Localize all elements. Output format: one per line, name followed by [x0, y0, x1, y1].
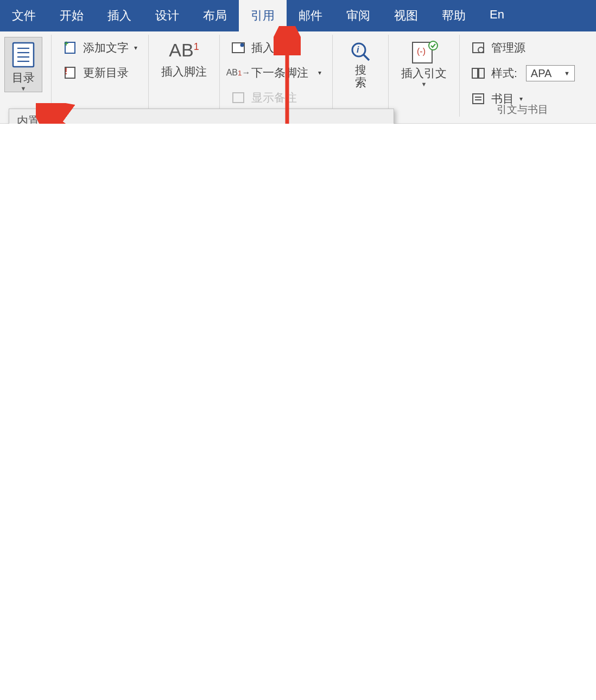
update-toc-label: 更新目录 — [83, 65, 129, 80]
chevron-down-icon: ▾ — [318, 69, 321, 77]
search-icon: i — [348, 40, 372, 63]
toc-button-label: 目录 — [12, 70, 35, 85]
tab-layout[interactable]: 布局 — [191, 0, 239, 31]
svg-text:i: i — [357, 45, 359, 54]
svg-rect-0 — [13, 43, 34, 67]
group-citations-label: 引文与书目 — [460, 103, 586, 117]
insert-endnote-icon — [231, 40, 246, 55]
tab-design[interactable]: 设计 — [143, 0, 191, 31]
toc-icon — [10, 40, 36, 70]
svg-text:+: + — [64, 41, 68, 48]
svg-point-19 — [478, 47, 484, 53]
tab-extra[interactable]: En — [478, 0, 516, 31]
svg-point-17 — [429, 41, 438, 50]
chevron-down-icon: ▼ — [421, 81, 427, 87]
citation-style-button[interactable]: 样式: APA ▼ — [468, 64, 577, 82]
insert-footnote-button[interactable]: AB1 插入脚注 — [157, 37, 211, 80]
footnote-ab-icon: AB1 — [169, 40, 199, 61]
manage-sources-button[interactable]: 管理源 — [468, 39, 577, 56]
svg-rect-20 — [472, 68, 478, 78]
svg-line-13 — [364, 55, 369, 60]
insert-citation-label: 插入引文 — [401, 66, 447, 81]
add-text-icon: + — [62, 40, 78, 55]
manage-sources-label: 管理源 — [491, 40, 525, 55]
citation-style-label: 样式: — [491, 66, 517, 81]
update-toc-icon: ! — [62, 65, 78, 80]
annotation-arrow-1 — [274, 26, 301, 124]
chevron-down-icon: ▾ — [519, 95, 523, 103]
citation-style-icon — [471, 66, 486, 81]
chevron-down-icon: ▼ — [564, 70, 570, 77]
tab-home[interactable]: 开始 — [48, 0, 96, 31]
tab-insert[interactable]: 插入 — [96, 0, 143, 31]
add-text-button[interactable]: + 添加文字 ▾ — [60, 39, 140, 56]
insert-citation-icon: (-) — [409, 40, 439, 66]
svg-point-10 — [240, 43, 244, 47]
svg-text:!: ! — [65, 67, 67, 76]
citation-style-select[interactable]: APA ▼ — [526, 65, 575, 81]
next-footnote-icon: AB1→ — [231, 65, 246, 80]
tab-view[interactable]: 视图 — [382, 0, 430, 31]
svg-text:(-): (-) — [417, 47, 426, 56]
tab-review[interactable]: 审阅 — [334, 0, 382, 31]
chevron-down-icon: ▾ — [134, 44, 137, 52]
annotation-arrow-2 — [36, 103, 106, 124]
show-notes-icon — [231, 90, 246, 105]
manage-sources-icon — [471, 40, 486, 55]
citation-style-value: APA — [531, 67, 552, 80]
annotation-label-1: 1 — [253, 120, 265, 124]
insert-footnote-label: 插入脚注 — [161, 64, 207, 79]
svg-rect-21 — [479, 68, 484, 78]
toc-button[interactable]: 目录 ▼ — [4, 37, 42, 92]
insert-citation-button[interactable]: (-) 插入引文 ▼ — [397, 37, 451, 88]
add-text-label: 添加文字 — [83, 40, 129, 55]
svg-rect-11 — [233, 93, 244, 103]
svg-line-38 — [43, 110, 101, 124]
chevron-down-icon: ▼ — [21, 85, 27, 92]
tab-help[interactable]: 帮助 — [430, 0, 478, 31]
search-button-label: 搜 索 — [355, 63, 366, 88]
search-button[interactable]: i 搜 索 — [341, 37, 379, 89]
tab-file[interactable]: 文件 — [0, 0, 48, 31]
update-toc-button[interactable]: ! 更新目录 — [60, 64, 140, 81]
